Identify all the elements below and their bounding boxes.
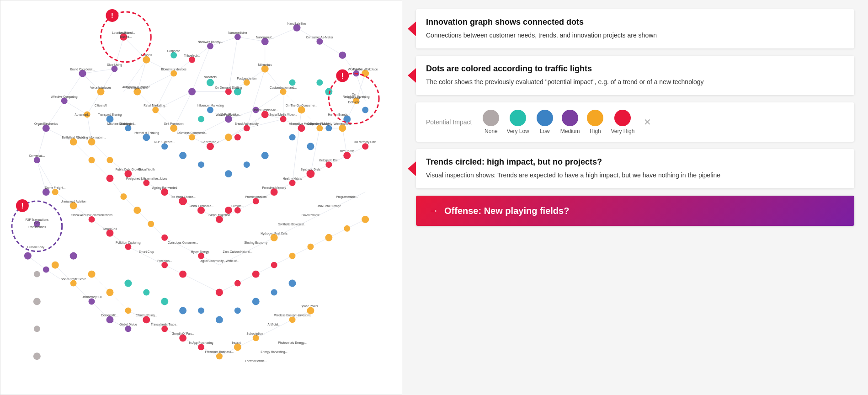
svg-text:Democratic...: Democratic... <box>101 314 118 317</box>
svg-line-75 <box>274 256 293 265</box>
svg-line-43 <box>310 165 329 174</box>
legend-label-low: Low <box>540 128 550 134</box>
svg-line-31 <box>92 142 110 160</box>
svg-text:Conversat...: Conversat... <box>29 154 45 157</box>
svg-point-190 <box>133 207 141 214</box>
svg-line-14 <box>283 92 302 110</box>
svg-point-178 <box>261 65 269 73</box>
svg-text:Smart Grid: Smart Grid <box>103 227 117 230</box>
svg-text:!: ! <box>111 12 113 20</box>
svg-line-26 <box>265 114 283 119</box>
svg-point-230 <box>43 267 49 273</box>
svg-line-35 <box>165 192 183 201</box>
svg-point-156 <box>106 175 113 182</box>
svg-point-161 <box>362 143 368 149</box>
svg-line-107 <box>183 338 201 347</box>
svg-text:Self-Promotion: Self-Promotion <box>164 122 184 125</box>
svg-line-129 <box>356 74 365 101</box>
svg-line-109 <box>219 347 238 356</box>
svg-point-218 <box>34 221 40 227</box>
svg-line-117 <box>110 320 128 329</box>
svg-text:Delivery: Delivery <box>348 101 360 104</box>
svg-text:Brand Collaborat...: Brand Collaborat... <box>70 68 95 71</box>
svg-line-95 <box>64 74 83 101</box>
svg-line-30 <box>87 114 92 142</box>
svg-point-133 <box>179 197 187 205</box>
svg-point-381 <box>336 69 349 82</box>
svg-line-99 <box>37 128 46 160</box>
svg-line-106 <box>165 329 183 338</box>
svg-point-213 <box>79 70 86 77</box>
svg-text:Pollution Capturing: Pollution Capturing <box>116 241 141 245</box>
svg-line-33 <box>128 174 146 183</box>
network-svg: Location-Based... Acrogeis Nanowire Batt… <box>0 0 402 395</box>
svg-point-239 <box>198 161 204 168</box>
svg-point-144 <box>244 125 250 131</box>
svg-point-147 <box>198 344 204 350</box>
svg-line-22 <box>192 137 210 146</box>
svg-text:Ethical Fashion-of...: Ethical Fashion-of... <box>252 108 278 112</box>
svg-line-45 <box>347 146 365 155</box>
card-trends-circled: Trends circled: high impact, but no proj… <box>416 149 854 188</box>
svg-text:Citizen AI: Citizen AI <box>95 104 107 107</box>
svg-point-168 <box>252 271 260 278</box>
svg-text:Nanomanuf...: Nanomanuf... <box>256 36 274 39</box>
svg-point-176 <box>225 133 232 141</box>
svg-line-76 <box>293 247 311 256</box>
svg-point-220 <box>207 43 213 49</box>
svg-point-214 <box>61 98 68 104</box>
legend-medium: Medium <box>560 110 580 134</box>
svg-text:Womenomics: Womenomics <box>334 122 351 125</box>
svg-point-165 <box>234 134 241 140</box>
svg-text:Hydrogen Fuel Cells: Hydrogen Fuel Cells <box>261 232 288 235</box>
svg-point-225 <box>339 52 346 59</box>
svg-point-164 <box>261 111 269 118</box>
svg-point-140 <box>325 161 332 168</box>
svg-line-92 <box>83 69 115 74</box>
svg-text:Promissionalism: Promissionalism <box>245 195 266 198</box>
svg-text:Generation Z: Generation Z <box>202 140 219 144</box>
svg-line-25 <box>247 114 265 128</box>
svg-point-204 <box>362 216 369 223</box>
svg-text:Public Debt Growth: Public Debt Growth <box>116 168 141 171</box>
svg-point-374 <box>101 12 151 62</box>
svg-text:Social Media Video...: Social Media Video... <box>269 113 297 116</box>
svg-text:DNA Data Storage: DNA Data Storage <box>317 204 341 208</box>
svg-text:3D Memory Chip: 3D Memory Chip <box>354 140 377 144</box>
svg-text:Artificial...: Artificial... <box>268 323 281 326</box>
svg-line-77 <box>310 238 329 247</box>
svg-point-187 <box>84 111 91 117</box>
svg-point-241 <box>161 143 168 149</box>
svg-line-41 <box>274 183 293 192</box>
svg-point-162 <box>298 124 305 132</box>
svg-text:Advanced...: Advanced... <box>75 113 91 116</box>
svg-line-80 <box>137 74 174 92</box>
svg-line-71 <box>201 283 219 293</box>
legend-dot-medium <box>562 110 578 126</box>
svg-line-93 <box>83 74 101 92</box>
svg-line-13 <box>265 69 283 92</box>
svg-point-139 <box>306 170 314 178</box>
svg-text:Ageing Reinvented: Ageing Reinvented <box>152 186 177 190</box>
svg-point-154 <box>106 230 113 237</box>
svg-text:Postponed Life...: Postponed Life... <box>126 177 149 181</box>
svg-line-78 <box>329 229 347 238</box>
svg-line-50 <box>137 210 151 224</box>
svg-text:Digital Community...World of..: Digital Community...World of... <box>200 259 240 263</box>
svg-point-379 <box>16 199 29 212</box>
svg-line-38 <box>219 210 238 219</box>
svg-text:Transatlantic Trade...: Transatlantic Trade... <box>151 323 179 326</box>
svg-point-217 <box>43 188 50 196</box>
svg-text:Acrogeis: Acrogeis <box>141 53 152 57</box>
svg-text:Transport Sharing: Transport Sharing <box>98 113 122 117</box>
svg-point-237 <box>244 161 250 168</box>
legend-dot-very-low <box>510 110 526 126</box>
svg-text:Ketogenic Diet: Ketogenic Diet <box>319 159 338 162</box>
svg-point-153 <box>89 216 95 223</box>
card-traffic-lights: Dots are colored according to traffic li… <box>416 56 854 95</box>
cta-card[interactable]: → Offense: New playing fields? <box>416 196 854 226</box>
svg-point-211 <box>216 353 223 359</box>
svg-line-119 <box>46 270 60 279</box>
svg-line-70 <box>183 274 201 283</box>
legend-label-very-high: Very High <box>611 128 634 134</box>
